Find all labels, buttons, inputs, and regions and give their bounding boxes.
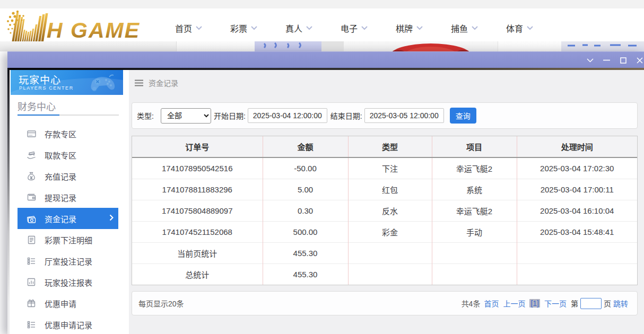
table-cell: 1741078950542516 [132, 157, 263, 179]
sidebar-item-优惠申请[interactable]: 优惠申请 [18, 293, 118, 314]
bg-card [344, 41, 498, 51]
nav-item-3[interactable]: 真人 [285, 22, 312, 34]
sidebar-item-label: 玩家投注报表 [45, 277, 92, 288]
breadcrumb: 资金记录 [135, 77, 178, 88]
table-cell: 1741075804889097 [132, 200, 263, 221]
sidebar-item-优惠申请记录[interactable]: 优惠申请记录 [18, 314, 118, 334]
sidebar-item-玩家投注报表[interactable]: 玩家投注报表 [18, 271, 118, 293]
first-page-link[interactable]: 首页 [484, 298, 499, 309]
chevron-down-icon [416, 26, 423, 30]
pagination-bar: 每页显示20条 共4条 首页 上一页 [1] 下一页 第 页 跳转 [132, 291, 638, 315]
chevron-down-icon [361, 26, 368, 30]
sidebar-item-label: 厅室投注记录 [45, 256, 92, 267]
chevron-down-icon [196, 26, 202, 30]
dialog-titlebar[interactable] [7, 51, 644, 68]
jump-suffix-label: 页 [604, 298, 611, 309]
nav-item-6[interactable]: 捕鱼 [451, 22, 478, 34]
table-cell [348, 242, 432, 263]
table-cell: 455.30 [263, 242, 348, 263]
player-center-dialog: 玩家中心 PLAYERS CENTER 财务中心 [7, 51, 644, 334]
table-cell [432, 242, 517, 263]
table-cell [348, 263, 432, 285]
table-row: 总统计455.30 [132, 263, 637, 285]
start-date-label: 开始日期: [214, 110, 246, 121]
chevron-down-icon [251, 26, 257, 30]
withdraw-hand-icon [27, 150, 36, 160]
sidebar-item-label: 优惠申请记录 [45, 319, 92, 330]
sidebar-item-label: 提现记录 [45, 192, 76, 203]
table-row: 17410758048890970.30反水幸运飞艇22025-03-04 16… [132, 200, 637, 221]
player-report-icon [27, 277, 36, 287]
sidebar-item-资金记录[interactable]: 资金记录 [18, 208, 118, 229]
promo-apply-icon [27, 298, 36, 308]
chevron-down-icon [527, 26, 533, 30]
end-date-label: 结束日期: [330, 110, 362, 121]
table-header-row: 订单号金额类型项目处理时间 [132, 136, 637, 157]
sidebar-item-提现记录[interactable]: 提现记录 [18, 187, 118, 208]
prev-page-link[interactable]: 上一页 [503, 298, 525, 309]
gamepad-icon [88, 73, 116, 92]
jump-page-input[interactable] [580, 298, 602, 309]
dialog-frame: 玩家中心 PLAYERS CENTER 财务中心 [7, 68, 644, 334]
logo-graphic: H GAME [4, 10, 149, 42]
search-button[interactable]: 查询 [450, 108, 476, 124]
sidebar-item-充值记录[interactable]: 充值记录 [18, 165, 118, 187]
table-cell: 反水 [348, 200, 432, 221]
sidebar-item-存款专区[interactable]: 存款专区 [18, 123, 118, 144]
next-page-link[interactable]: 下一页 [544, 298, 567, 309]
nav-item-4[interactable]: 电子 [341, 22, 368, 34]
sidebar-title: 玩家中心 [19, 72, 61, 86]
logo-text: H GAME [47, 18, 140, 42]
nav-item-5[interactable]: 棋牌 [396, 22, 423, 34]
jump-go-link[interactable]: 跳转 [613, 298, 628, 309]
bg-banner-lavender [561, 41, 644, 51]
nav-item-label: 彩票 [230, 22, 247, 34]
table-cell: 总统计 [132, 263, 263, 285]
nav-item-7[interactable]: 体育 [506, 22, 533, 34]
chevron-down-icon [306, 26, 312, 30]
promo-record-icon [27, 320, 36, 329]
records-table: 订单号金额类型项目处理时间 1741078950542516-50.00下注幸运… [132, 136, 637, 285]
chevron-right-icon [109, 214, 114, 221]
window-controls [582, 52, 644, 68]
table-cell [517, 242, 637, 263]
table-cell: 幸运飞艇2 [432, 200, 517, 221]
nav-item-label: 体育 [506, 22, 523, 34]
table-cell: 红包 [348, 179, 432, 200]
nav-item-label: 棋牌 [396, 22, 413, 34]
lottery-detail-icon [27, 235, 36, 244]
nav-item-label: 捕鱼 [451, 22, 468, 34]
nav-item-label: 真人 [285, 22, 302, 34]
table-row: 1741078950542516-50.00下注幸运飞艇22025-03-04 … [132, 157, 637, 179]
nav-item-1[interactable]: 首页 [175, 22, 202, 34]
chevron-down-icon [472, 26, 478, 30]
sidebar-item-label: 优惠申请 [45, 298, 76, 309]
sidebar-item-彩票下注明细[interactable]: 彩票下注明细 [18, 229, 118, 250]
table-cell [432, 263, 517, 285]
table-cell: 1741074521152068 [132, 221, 263, 242]
start-date-input[interactable] [248, 108, 327, 123]
sidebar: 玩家中心 PLAYERS CENTER 财务中心 [10, 70, 129, 334]
total-count: 共4条 [462, 298, 481, 309]
minimize-icon[interactable] [598, 52, 615, 68]
collapse-icon[interactable] [582, 52, 598, 68]
table-header-cell: 金额 [263, 136, 348, 157]
bg-card [321, 41, 344, 51]
menu-icon[interactable] [135, 80, 143, 86]
table-header-cell: 项目 [432, 136, 517, 157]
site-logo[interactable]: H GAME [4, 10, 149, 45]
withdraw-record-icon [27, 192, 36, 202]
table-cell: 2025-03-04 17:00:11 [517, 179, 637, 200]
site-nav: 首页彩票真人电子棋牌捕鱼体育 [175, 8, 561, 41]
close-icon[interactable] [631, 52, 644, 68]
type-select[interactable]: 全部 [161, 108, 211, 124]
sidebar-item-厅室投注记录[interactable]: 厅室投注记录 [18, 250, 118, 271]
end-date-input[interactable] [364, 108, 444, 123]
sidebar-item-取款专区[interactable]: 取款专区 [18, 144, 118, 165]
bg-card [498, 41, 561, 51]
maximize-icon[interactable] [615, 52, 631, 68]
table-cell: 0.30 [263, 200, 348, 221]
table-cell: 1741078811883296 [132, 179, 263, 200]
nav-item-2[interactable]: 彩票 [230, 22, 257, 34]
deposit-card-icon [27, 129, 36, 138]
